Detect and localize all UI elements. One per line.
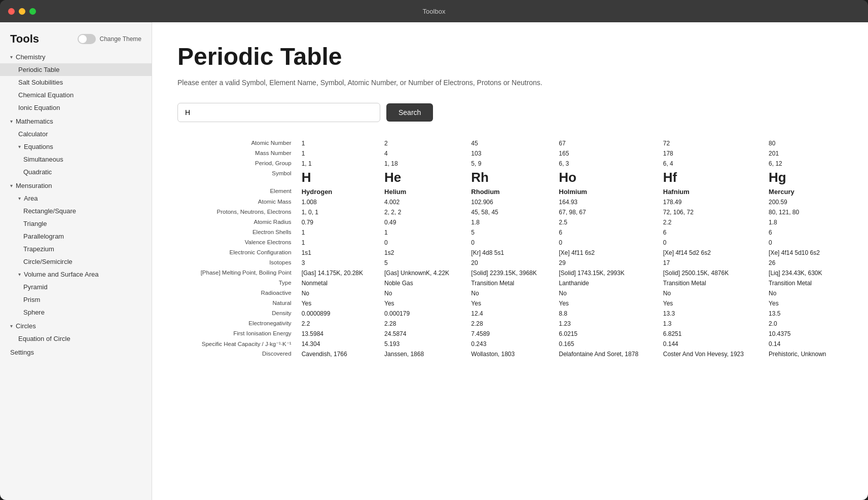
search-button[interactable]: Search — [386, 103, 433, 122]
table-row: Density0.00008990.00017912.48.813.313.5 — [177, 309, 843, 319]
sidebar-item-parallelogram[interactable]: Parallelogram — [0, 230, 152, 243]
table-cell: [Gas] UnknownK, 4.22K — [380, 268, 467, 278]
table-cell: [Gas] 14.175K, 20.28K — [298, 268, 380, 278]
table-cell: 0.144 — [659, 339, 765, 349]
table-row: [Phase] Melting Point, Boiling Point[Gas… — [177, 268, 843, 278]
table-cell: 10.4375 — [765, 329, 843, 339]
sidebar-item-quadratic[interactable]: Quadratic — [0, 166, 152, 178]
table-cell: 72, 106, 72 — [659, 207, 765, 217]
table-cell: 1.8 — [765, 217, 843, 227]
table-cell: 29 — [555, 258, 659, 268]
row-label: Element — [177, 186, 298, 197]
row-label: Natural — [177, 298, 298, 309]
sidebar-item-chemistry[interactable]: ▾ Chemistry — [0, 51, 152, 63]
table-cell: Yes — [659, 298, 765, 309]
table-cell: Mercury — [765, 186, 843, 197]
sidebar-item-pyramid[interactable]: Pyramid — [0, 281, 152, 293]
table-cell: 13.3 — [659, 309, 765, 319]
table-cell: 0.0000899 — [298, 309, 380, 319]
theme-toggle-area: Change Theme — [78, 34, 142, 44]
sidebar-item-equations[interactable]: ▾ Equations — [0, 140, 152, 153]
table-cell: 12.4 — [467, 309, 555, 319]
table-cell: No — [298, 288, 380, 298]
chevron-down-icon: ▾ — [18, 144, 21, 149]
table-cell: 2, 2, 2 — [380, 207, 467, 217]
sidebar-item-periodic-table[interactable]: Periodic Table — [0, 63, 152, 76]
sidebar-item-mathematics[interactable]: ▾ Mathematics — [0, 115, 152, 128]
table-cell: 7.4589 — [467, 329, 555, 339]
sidebar-chemistry-label: Chemistry — [16, 53, 46, 61]
sidebar-item-rectangle-square[interactable]: Rectangle/Square — [0, 205, 152, 217]
table-cell: 6, 12 — [765, 159, 843, 169]
sidebar-item-trapezium[interactable]: Trapezium — [0, 243, 152, 255]
table-cell: Noble Gas — [380, 278, 467, 288]
maximize-button[interactable] — [29, 8, 36, 15]
minimize-button[interactable] — [19, 8, 25, 15]
sidebar-item-chemical-equation[interactable]: Chemical Equation — [0, 89, 152, 101]
table-row: Mass Number14103165178201 — [177, 148, 843, 159]
sidebar-item-salt-solubilities[interactable]: Salt Solubilities — [0, 76, 152, 89]
table-row: RadioactiveNoNoNoNoNoNo — [177, 288, 843, 298]
page-subtitle: Please enter a valid Symbol, Element Nam… — [177, 79, 843, 87]
table-cell: 201 — [765, 148, 843, 159]
search-input[interactable] — [177, 103, 380, 122]
sidebar-item-settings[interactable]: Settings — [0, 346, 152, 359]
table-cell: 5 — [380, 258, 467, 268]
sidebar-equations-label: Equations — [24, 143, 53, 150]
sidebar-item-prism[interactable]: Prism — [0, 293, 152, 306]
table-cell: 0 — [765, 238, 843, 248]
table-cell: 0.79 — [298, 217, 380, 227]
sidebar-item-area[interactable]: ▾ Area — [0, 192, 152, 205]
table-row: ElementHydrogenHeliumRhodiumHolmiumHafni… — [177, 186, 843, 197]
sidebar-item-simultaneous[interactable]: Simultaneous — [0, 153, 152, 166]
sidebar-item-circles[interactable]: ▾ Circles — [0, 320, 152, 332]
sidebar-item-sphere[interactable]: Sphere — [0, 306, 152, 319]
table-cell: 1.23 — [555, 319, 659, 329]
table-cell: [Liq] 234.43K, 630K — [765, 268, 843, 278]
titlebar: Toolbox — [0, 0, 868, 22]
table-cell: 0 — [659, 238, 765, 248]
table-cell: [Kr] 4d8 5s1 — [467, 248, 555, 258]
sidebar: Tools Change Theme ▾ Chemistry Periodic … — [0, 22, 152, 500]
table-cell: Rh — [467, 169, 555, 186]
sidebar-item-volume-surface[interactable]: ▾ Volume and Surface Area — [0, 268, 152, 281]
table-cell: 6.8251 — [659, 329, 765, 339]
close-button[interactable] — [8, 8, 15, 15]
table-cell: Janssen, 1868 — [380, 349, 467, 359]
sidebar-item-ionic-equation[interactable]: Ionic Equation — [0, 101, 152, 114]
table-cell: 45, 58, 45 — [467, 207, 555, 217]
table-row: Atomic Number1245677280 — [177, 138, 843, 148]
sidebar-item-calculator[interactable]: Calculator — [0, 128, 152, 140]
table-row: Electronegativity2.22.282.281.231.32.0 — [177, 319, 843, 329]
table-cell: 1.3 — [659, 319, 765, 329]
table-cell: No — [659, 288, 765, 298]
sidebar-item-triangle[interactable]: Triangle — [0, 217, 152, 230]
table-cell: 8.8 — [555, 309, 659, 319]
nav-section-mathematics: ▾ Mathematics Calculator ▾ Equations Sim… — [0, 115, 152, 178]
sidebar-item-equation-of-circle[interactable]: Equation of Circle — [0, 332, 152, 345]
table-cell: 6.0215 — [555, 329, 659, 339]
table-cell: 2.2 — [659, 217, 765, 227]
table-cell: Wollaston, 1803 — [467, 349, 555, 359]
table-cell: [Xe] 4f14 5d2 6s2 — [659, 248, 765, 258]
theme-toggle[interactable] — [78, 34, 96, 44]
row-label: Atomic Mass — [177, 197, 298, 207]
row-label: Protons, Neutrons, Electrons — [177, 207, 298, 217]
sidebar-item-circle-semicircle[interactable]: Circle/Semicircle — [0, 255, 152, 268]
table-cell: Ho — [555, 169, 659, 186]
chevron-down-icon: ▾ — [18, 272, 21, 277]
sidebar-item-mensuration[interactable]: ▾ Mensuration — [0, 179, 152, 192]
table-cell: Yes — [298, 298, 380, 309]
table-cell: 13.5 — [765, 309, 843, 319]
table-cell: [Xe] 4f14 5d10 6s2 — [765, 248, 843, 258]
row-label: Specific Heat Capacity / J·kg⁻¹·K⁻¹ — [177, 339, 298, 349]
table-cell: Nonmetal — [298, 278, 380, 288]
table-cell: 1 — [298, 238, 380, 248]
table-row: Valence Electrons100000 — [177, 238, 843, 248]
table-cell: No — [380, 288, 467, 298]
table-cell: 2 — [380, 138, 467, 148]
table-cell: 2.28 — [380, 319, 467, 329]
table-cell: Hydrogen — [298, 186, 380, 197]
search-row: Search — [177, 103, 843, 122]
table-cell: Holmium — [555, 186, 659, 197]
